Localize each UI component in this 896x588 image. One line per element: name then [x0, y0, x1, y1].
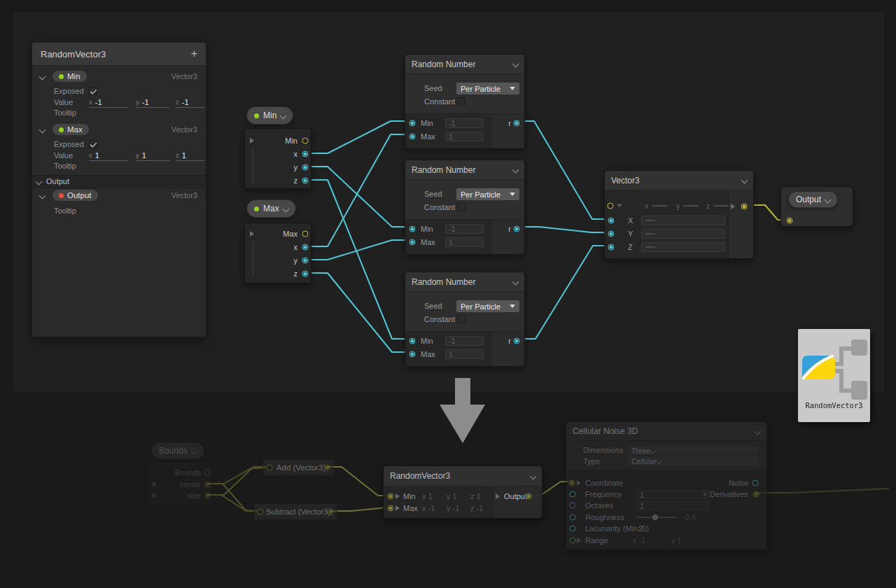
wire-size-to-add[interactable] [207, 468, 266, 495]
port-y-input[interactable] [608, 231, 615, 237]
parameter-pill-max[interactable]: Max [246, 200, 296, 218]
port-derivatives-output[interactable] [753, 491, 760, 498]
port-coordinate-input[interactable] [569, 480, 575, 486]
parameter-node-max[interactable]: Max Max x y z [244, 197, 312, 258]
port-r-output[interactable] [514, 120, 520, 127]
wire-add-to-rv3-min[interactable] [328, 467, 386, 496]
value-field-x[interactable]: x 1 [89, 150, 128, 161]
port-r-output[interactable] [514, 226, 520, 232]
property-pill-min[interactable]: Min [52, 70, 88, 83]
port-output-input[interactable] [787, 218, 793, 224]
min-value-field[interactable]: -1 [445, 224, 484, 234]
chevron-down-icon[interactable] [741, 177, 748, 184]
node-title-bar[interactable]: Vector3 [605, 171, 753, 190]
property-pill-output[interactable]: Output [52, 189, 99, 202]
chevron-down-icon[interactable] [282, 205, 289, 212]
port-max-x[interactable] [302, 244, 309, 251]
node-bounds[interactable]: Bounds Bounds center size [147, 441, 213, 484]
port-min-input[interactable] [388, 493, 394, 500]
port-min-input[interactable] [410, 338, 416, 344]
output-pill[interactable]: Output [788, 191, 838, 208]
chevron-down-icon[interactable] [190, 447, 197, 454]
port-bounds[interactable] [204, 470, 211, 476]
port-x-input[interactable] [608, 218, 615, 224]
bounds-body[interactable]: Bounds center size [147, 462, 213, 505]
node-add-vector3[interactable]: Add (Vector3) [262, 459, 334, 476]
expand-triangle-icon[interactable] [617, 204, 622, 208]
port-min-z[interactable] [302, 178, 309, 184]
chevron-down-icon[interactable] [512, 61, 519, 68]
wire-size-to-subtract[interactable] [207, 495, 257, 511]
port-max-z[interactable] [302, 271, 309, 277]
port-center[interactable] [204, 482, 211, 488]
value-field-z[interactable]: z -1 [176, 97, 204, 108]
port-z-input[interactable] [608, 244, 615, 251]
expand-triangle-icon[interactable] [577, 538, 581, 543]
node-random-number-3[interactable]: Random Number Seed Per Particle Constant… [405, 272, 525, 366]
port-min-y[interactable] [302, 164, 309, 171]
roughness-slider-handle[interactable] [652, 514, 658, 520]
seed-dropdown[interactable]: Per Particle [456, 300, 519, 312]
frequency-field[interactable]: 1 [636, 490, 710, 499]
node-randomvector3-subgraph[interactable]: RandomVector3 Min x 1 y 1 z 1 Max x -1 y… [383, 465, 542, 519]
collapse-triangle-icon[interactable] [153, 482, 157, 487]
lacunarity-value[interactable]: 2 [638, 524, 643, 533]
constant-checkbox[interactable] [457, 203, 465, 211]
seed-dropdown[interactable]: Per Particle [456, 83, 519, 94]
port-max-input[interactable] [388, 505, 394, 512]
port-min-input[interactable] [410, 226, 416, 232]
port-octaves-input[interactable] [570, 503, 576, 509]
blackboard-panel[interactable]: RandomVector3 + Min Vector3 Exposed Valu… [31, 42, 206, 337]
port-roughness-input[interactable] [570, 514, 576, 521]
port-vector-space[interactable] [608, 203, 614, 209]
wire-center-to-add[interactable] [207, 467, 266, 484]
min-value-field[interactable]: -1 [445, 118, 484, 128]
node-random-number-1[interactable]: Random Number Seed Per Particle Constant… [405, 54, 525, 148]
port-max-input[interactable] [410, 239, 416, 246]
add-property-button[interactable]: + [191, 48, 197, 60]
parameter-node-min[interactable]: Min Min x y z [244, 104, 312, 164]
port-noise-output[interactable] [752, 480, 759, 486]
bounds-pill[interactable]: Bounds [151, 442, 204, 459]
chevron-down-icon[interactable] [825, 196, 832, 203]
chevron-down-icon[interactable] [530, 472, 537, 479]
chevron-down-icon[interactable] [755, 428, 762, 435]
seed-dropdown[interactable]: Per Particle [456, 188, 519, 200]
port-range-input[interactable] [570, 538, 576, 544]
node-title-bar[interactable]: RandomVector3 [384, 466, 542, 486]
value-field-y[interactable]: y 1 [136, 150, 169, 161]
node-output[interactable]: Output [780, 186, 853, 227]
octaves-field[interactable]: 1 [636, 501, 710, 510]
expand-triangle-icon[interactable] [396, 493, 400, 499]
port-r-output[interactable] [514, 338, 520, 344]
max-value-field[interactable]: 1 [445, 237, 484, 247]
port-min-input[interactable] [410, 120, 416, 127]
port-size[interactable] [204, 493, 211, 499]
port-max-y[interactable] [302, 258, 309, 264]
value-field-x[interactable]: x -1 [89, 97, 128, 108]
node-subtract-vector3[interactable]: Subtract (Vector3) [253, 503, 337, 520]
port-output[interactable] [526, 493, 532, 500]
constant-checkbox[interactable] [457, 97, 465, 106]
wire-derivatives-out[interactable] [757, 489, 889, 493]
wire-subtract-to-rv3-max[interactable] [331, 507, 386, 511]
value-field-y[interactable]: y -1 [136, 97, 169, 108]
port-max-space[interactable] [302, 231, 309, 237]
parameter-pill-min[interactable]: Min [246, 106, 293, 125]
property-pill-max[interactable]: Max [52, 123, 90, 136]
port-add-input[interactable] [267, 465, 273, 471]
parameter-body[interactable]: Max x y z [244, 223, 312, 284]
port-max-input[interactable] [410, 134, 416, 140]
max-value-field[interactable]: 1 [445, 349, 484, 359]
chevron-down-icon[interactable] [39, 74, 46, 80]
chevron-down-icon[interactable] [39, 127, 46, 134]
node-random-number-2[interactable]: Random Number Seed Per Particle Constant… [405, 160, 525, 254]
port-lacunarity-input[interactable] [570, 526, 576, 532]
node-title-bar[interactable]: Random Number [405, 160, 524, 180]
chevron-down-icon[interactable] [39, 192, 46, 200]
expand-triangle-icon[interactable] [577, 480, 581, 486]
min-value-field[interactable]: -1 [445, 336, 484, 346]
port-min-space[interactable] [302, 138, 309, 144]
chevron-down-icon[interactable] [512, 167, 519, 174]
expand-triangle-icon[interactable] [396, 505, 400, 511]
